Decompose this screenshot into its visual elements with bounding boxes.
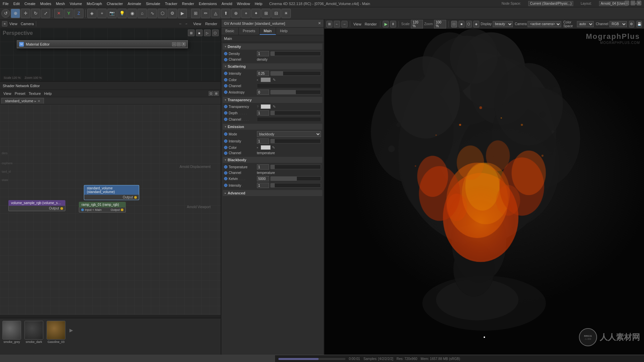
shader-expand-btn[interactable]: ⊞ [214, 91, 219, 96]
bb-int-slider[interactable] [270, 183, 321, 188]
shader-menu-help[interactable]: Help [43, 92, 53, 96]
bb-kelvin-slider[interactable] [270, 176, 321, 181]
depth-slider[interactable] [270, 111, 321, 115]
display-mode-btn3[interactable]: ⬡ [466, 21, 472, 27]
tool-light2[interactable]: ☀ [281, 9, 291, 18]
tool-z[interactable]: Z [74, 9, 84, 18]
bb-temp-input[interactable] [257, 164, 269, 170]
node-ramp-rgb[interactable]: ramp_rgb_01 (ramp_rgb) Input < Main Outp… [79, 202, 126, 213]
tool-poly[interactable]: ⬡ [158, 9, 167, 18]
tool-deform[interactable]: ⌂ [138, 9, 147, 18]
tool-grid[interactable]: ⊞ [261, 9, 271, 18]
emis-pencil[interactable]: ✎ [272, 145, 275, 150]
close-button[interactable]: ✕ [637, 1, 641, 5]
tool-rotate[interactable]: ↻ [31, 9, 40, 18]
tab-help[interactable]: Help [276, 27, 292, 35]
node-space-value[interactable]: Current (Standard/Physic...) [528, 1, 573, 6]
render-view-btn[interactable]: View [353, 22, 363, 26]
tool-extrude[interactable]: ⬆ [221, 9, 230, 18]
shader-node-tab-expand[interactable]: ▸ [35, 99, 36, 103]
scale-value[interactable]: 120 % [411, 20, 423, 28]
scat-int-radio[interactable] [224, 72, 227, 75]
display-mode-btn4[interactable]: ◈ [473, 21, 479, 27]
emis-mode-select[interactable]: blackbody emission [257, 131, 321, 137]
tool-y[interactable]: Y [64, 9, 73, 18]
app-window-controls[interactable]: ─ □ ✕ [625, 1, 641, 5]
tool-select[interactable]: ⊕ [11, 9, 20, 18]
tool-undo[interactable]: ↺ [1, 9, 10, 18]
mat-item-gasoline[interactable]: Gasoline_03 [46, 320, 66, 345]
depth-input[interactable] [257, 110, 269, 116]
section-density-header[interactable]: ▾ Density [223, 44, 323, 50]
scat-int-slider[interactable] [270, 71, 321, 76]
node-volume-sample[interactable]: volume_sample_rgb (volume_sample_rgb) Ou… [8, 200, 65, 211]
restore-button[interactable]: □ [631, 1, 635, 5]
tool-param[interactable]: ⚙ [168, 9, 177, 18]
mat-editor-close[interactable]: ✕ [181, 42, 185, 46]
trans-pencil[interactable]: ✎ [273, 105, 276, 109]
viewport-ctrl-btn[interactable]: ⊞ [188, 29, 195, 36]
menu-item-modes[interactable]: Modes [40, 2, 51, 6]
channel-select[interactable]: RGB Alpha [609, 21, 627, 27]
bb-ch-radio[interactable] [224, 171, 227, 175]
menu-item-simulate[interactable]: Simulate [146, 2, 160, 6]
bb-kelvin-radio[interactable] [224, 177, 227, 180]
section-emission-header[interactable]: ▾ Emission [223, 124, 323, 130]
emis-mode-radio[interactable] [224, 132, 227, 136]
menu-item-volume[interactable]: Volume [70, 2, 82, 6]
density-slider[interactable] [270, 51, 321, 56]
viewport-view-btn[interactable]: View [192, 22, 203, 26]
render-pause-btn[interactable]: ⏸ [390, 21, 396, 27]
bb-temp-radio[interactable] [224, 165, 227, 169]
render-nav-btn3[interactable]: → [341, 21, 347, 27]
trans-color-swatch[interactable] [261, 104, 271, 109]
scat-color-swatch[interactable] [261, 77, 271, 82]
viewport-ctrl-btn2[interactable]: ■ [196, 29, 203, 36]
shader-menu-preset[interactable]: Preset [13, 92, 27, 96]
render-play-btn[interactable]: ▶ [383, 21, 389, 27]
density-ch-radio[interactable] [224, 58, 227, 61]
trans-radio[interactable] [224, 105, 227, 108]
bb-kelvin-input[interactable] [257, 176, 269, 181]
tool-add[interactable]: + [97, 9, 107, 18]
scat-col-pencil[interactable]: ✎ [273, 78, 276, 82]
density-radio[interactable] [224, 52, 227, 55]
emis-color-swatch[interactable] [261, 145, 271, 150]
density-input[interactable] [257, 51, 269, 56]
mat-editor-maximize[interactable]: □ [177, 42, 181, 46]
shader-node-tab-close[interactable]: ✕ [38, 99, 40, 103]
gv-arnold-close[interactable]: ✕ [318, 21, 321, 25]
emis-int-slider[interactable] [270, 139, 321, 143]
mat-item-smoke-dark[interactable]: smoke_dark [23, 320, 44, 345]
mat-bar-scroll-right[interactable]: ▶ [68, 321, 74, 340]
tool-camera[interactable]: 📷 [107, 9, 117, 18]
aniso-radio[interactable] [224, 90, 227, 94]
shader-menu-texture[interactable]: Texture [27, 92, 42, 96]
tool-scale[interactable]: ⤢ [41, 9, 50, 18]
tool-x[interactable]: ✕ [54, 9, 63, 18]
zoom-value-r[interactable]: 100 % [434, 20, 446, 28]
emis-int-radio[interactable] [224, 139, 227, 143]
display-mode-btn1[interactable]: □ [451, 21, 457, 27]
display-mode-btn2[interactable]: ■ [459, 21, 465, 27]
nav-back-btn[interactable]: ← [179, 22, 182, 25]
viewport-render-btn[interactable]: Render [204, 22, 219, 26]
tool-magnet[interactable]: ⊞ [191, 9, 200, 18]
viewport-camera-menu[interactable]: Camera [19, 22, 35, 26]
menu-item-extensions[interactable]: Extensions [199, 2, 217, 6]
menu-item-render[interactable]: Render [182, 2, 194, 6]
mat-item-smoke-grey[interactable]: smoke_grey [1, 320, 22, 345]
scat-int-input[interactable] [257, 71, 269, 76]
bb-int-input[interactable] [257, 183, 269, 188]
tool-knife[interactable]: ◬ [211, 9, 220, 18]
render-nav-btn2[interactable]: ← [334, 21, 340, 27]
tab-main[interactable]: Main [260, 27, 276, 35]
depth-radio[interactable] [224, 111, 227, 115]
tool-grid2[interactable]: ⊟ [271, 9, 281, 18]
menu-item-mograph[interactable]: MoGraph [87, 2, 102, 6]
render-render-btn[interactable]: Render [364, 22, 378, 26]
section-scattering-header[interactable]: ▾ Scattering [223, 63, 323, 69]
render-settings-btn[interactable]: ⚙ [629, 21, 635, 27]
tab-basic[interactable]: Basic [221, 27, 239, 35]
node-standard-volume[interactable]: standard_volume (standard_volume) Output [84, 185, 139, 200]
